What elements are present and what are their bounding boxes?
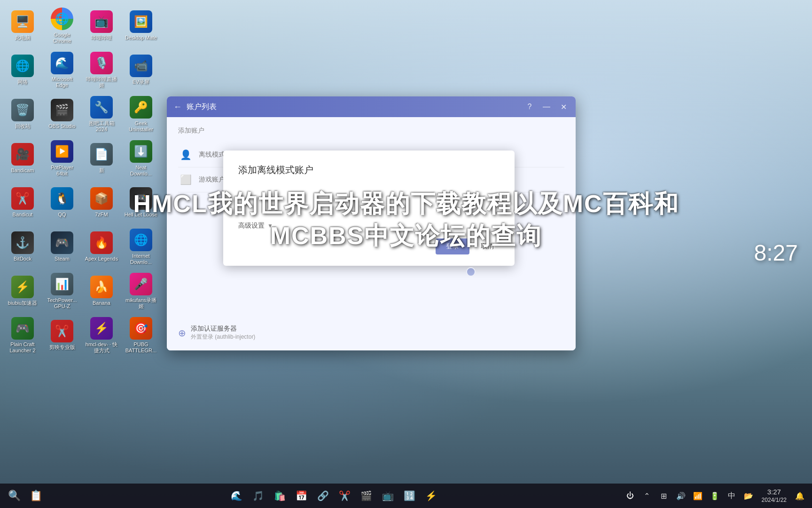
desktop-icon-bitdock[interactable]: ⚓ BitDock [4,226,41,268]
taskbar-windows-icon[interactable]: ⊞ [656,488,671,503]
desktop-icon-bandicut[interactable]: ✂️ Bandicut [4,182,41,224]
taskbar-time-value: 3:27 [767,487,781,497]
ev-rec-icon: 📹 [130,55,152,77]
taskbar-link-icon[interactable]: 🔗 [312,485,333,506]
desktop-icon-desktop-mate[interactable]: 🖼️ Desktop Mate [122,5,160,47]
techpowerup-label: TechPower... GPU-Z [45,297,79,310]
add-circle-icon: ⊕ [178,327,186,339]
taskbar-edge-icon[interactable]: 🌊 [226,485,247,506]
recycle-icon: 🗑️ [11,99,34,121]
desktop-icon-bandicam[interactable]: 🎥 Bandicam [4,137,41,180]
desktop-icon-geek[interactable]: 🔑 Geek Uninstaller [122,93,160,135]
desktop-icon-bilibili-live[interactable]: 🎙️ 哔哩哔哩直播姬 [83,49,120,91]
desktop-icon-pubg[interactable]: 🎯 PUBG BATTLEGR... [122,314,160,357]
desktop-icon-bilibili[interactable]: 📺 哔哩哔哩 [83,5,120,47]
neat-icon: ⬇️ [130,140,152,163]
taskbar-left: 🔍 📋 [0,485,50,506]
taskbar-media-icon[interactable]: 🎬 [356,485,376,506]
hmcl-titlebar: ← 账户列表 ? — ✕ [167,96,576,117]
internet-dl-label: Internet Downlo... [124,253,158,265]
video-title-line2: MCBBS中文论坛的查询 [103,220,709,252]
jianying-icon: ✂️ [51,320,73,342]
plain-craft-icon: 🎮 [11,317,34,340]
geek-label: Geek Uninstaller [124,120,158,133]
desktop-icon-banana[interactable]: 🍌 Banana [83,270,120,312]
desktop-icon-techpowerup[interactable]: 📊 TechPower... GPU-Z [43,270,81,312]
desktop-mate-icon: 🖼️ [130,10,152,33]
desktop-icon-potplayer[interactable]: ▶️ PotPlayer 64bit [43,137,81,180]
steam-icon: 🎮 [51,231,73,254]
taskbar-system-tray: ⏻ ⌃ ⊞ 🔊 📶 🔋 中 📂 3:27 2024/1/22 🔔 [618,487,812,504]
taskbar-notification-icon[interactable]: 🔔 [792,488,807,503]
taskbar-finder-icon[interactable]: 📂 [741,488,756,503]
add-account-label: 添加账户 [178,127,564,135]
taskbar-time-display[interactable]: 3:27 2024/1/22 [758,487,790,504]
desktop-icon-mikufans[interactable]: 🎤 mikufans录播姬 [122,270,160,312]
geek-icon: 🔑 [130,96,152,119]
desktop-icon-new[interactable]: 📄 新 [83,137,120,180]
titlebar-controls: ? — ✕ [524,101,569,112]
taskbar-volume-icon[interactable]: 🔊 [673,488,688,503]
my-computer-label: 此电脑 [15,35,31,41]
bilibili-live-label: 哔哩哔哩直播姬 [85,76,118,88]
video-title-line1: HMCL我的世界启动器的下载教程以及MC百科和 [103,188,709,220]
ev-rec-label: EV录屏 [133,79,150,85]
taskbar-genshin-icon[interactable]: ⚡ [421,485,441,506]
banana-icon: 🍌 [90,276,113,298]
desktop-icon-my-computer[interactable]: 🖥️ 此电脑 [4,5,41,47]
taskbar-mic-icon[interactable]: 🎵 [248,485,268,506]
mikufans-label: mikufans录播姬 [124,297,158,310]
taskbar-chevron-up-icon[interactable]: ⌃ [640,488,655,503]
qq-icon: 🐧 [51,187,73,210]
bandicam-icon: 🎥 [11,143,34,166]
bandicut-label: Bandicut [13,212,33,218]
desktop-icon-biubiu[interactable]: ⚡ biubiu加速器 [4,270,41,312]
taskbar-task-view[interactable]: 📋 [25,485,46,506]
taskbar: 🔍 📋 🌊 🎵 🛍️ 📅 🔗 ✂️ 🎬 📺 🔢 ⚡ ⏻ ⌃ ⊞ 🔊 📶 🔋 中 … [0,484,812,508]
help-button[interactable]: ? [524,101,535,112]
new-item-label: 新 [99,167,104,174]
desktop-icon-recycle[interactable]: 🗑️ 回收站 [4,93,41,135]
taskbar-language-icon[interactable]: 中 [724,488,739,503]
taskbar-store-icon[interactable]: 🛍️ [269,485,290,506]
close-button[interactable]: ✕ [558,101,569,112]
desktop-icon-steam[interactable]: 🎮 Steam [43,226,81,268]
add-auth-server-row[interactable]: ⊕ 添加认证服务器 外置登录 (authlib-injector) [178,319,564,341]
my-computer-icon: 🖥️ [11,10,34,33]
taskbar-battery-icon[interactable]: 🔋 [707,488,722,503]
taskbar-date-value: 2024/1/22 [762,497,787,504]
taskbar-counter-icon[interactable]: 🔢 [399,485,420,506]
bilibili-live-icon: 🎙️ [90,52,113,74]
taskbar-bilibili-taskbar-icon[interactable]: 📺 [377,485,398,506]
desktop-icon-tujing[interactable]: 🔧 图吧工具箱2024 [83,93,120,135]
network-icon: 🌐 [11,55,34,77]
offline-dialog-title: 添加离线模式账户 [238,164,500,176]
desktop-icon-hmcl[interactable]: ⚡ hmcl-dev- · 快捷方式 [83,314,120,357]
game-account-icon: ⬜ [178,172,193,187]
desktop-icon-neat[interactable]: ⬇️ Neat Downlo... [122,137,160,180]
jianying-label: 剪映专业版 [49,344,75,350]
desktop-icon-ev-rec[interactable]: 📹 EV录屏 [122,49,160,91]
add-auth-info: 添加认证服务器 外置登录 (authlib-injector) [191,325,255,341]
taskbar-pinned-apps: 🌊 🎵 🛍️ 📅 🔗 ✂️ 🎬 📺 🔢 ⚡ [50,485,618,506]
techpowerup-icon: 📊 [51,273,73,295]
minimize-button[interactable]: — [541,101,552,112]
biubiu-icon: ⚡ [11,276,34,298]
desktop-icon-plain-craft[interactable]: 🎮 Plain Craft Launcher 2 [4,314,41,357]
desktop-icon-network[interactable]: 🌐 网络 [4,49,41,91]
taskbar-search-icon[interactable]: 🔍 [4,485,24,506]
hmcl-window-title: 账户列表 [187,102,519,112]
desktop-icon-obs[interactable]: 🎬 OBS Studio [43,93,81,135]
desktop-icon-google-chrome[interactable]: 🌐 Google Chrome [43,5,81,47]
desktop-icon-jianying[interactable]: ✂️ 剪映专业版 [43,314,81,357]
neat-label: Neat Downlo... [124,165,158,177]
potplayer-label: PotPlayer 64bit [45,165,79,177]
titlebar-back-button[interactable]: ← [173,102,182,112]
taskbar-wifi-icon[interactable]: 📶 [690,488,705,503]
taskbar-cut-icon[interactable]: ✂️ [334,485,355,506]
desktop-icon-qq[interactable]: 🐧 QQ [43,182,81,224]
taskbar-calendar-icon[interactable]: 📅 [291,485,312,506]
taskbar-power-icon[interactable]: ⏻ [623,488,638,503]
chrome-label: Google Chrome [45,32,79,44]
desktop-icon-ms-edge[interactable]: 🌊 Microsoft Edge [43,49,81,91]
